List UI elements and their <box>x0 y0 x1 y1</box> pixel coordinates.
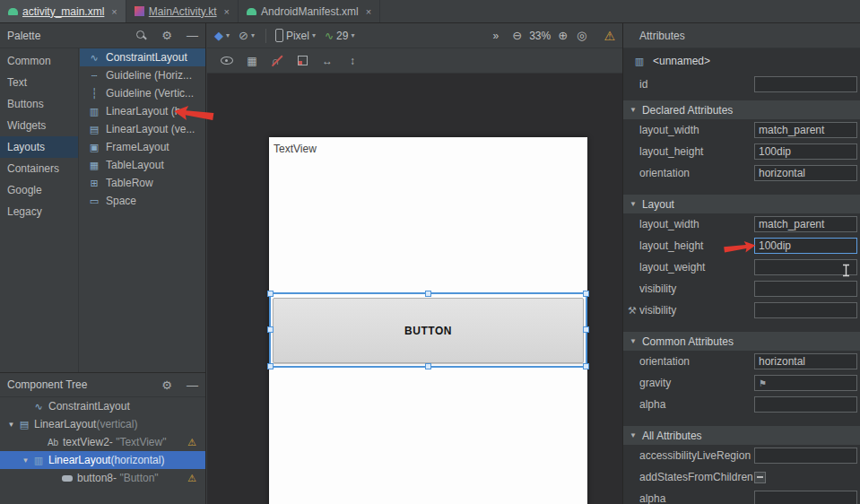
selected-linearlayout[interactable]: BUTTON <box>269 292 587 368</box>
gear-icon[interactable]: ⚙ <box>161 379 172 391</box>
palette-category-text[interactable]: Text <box>0 72 78 93</box>
section-title: Common Attributes <box>642 335 734 348</box>
gear-icon[interactable]: ⚙ <box>161 30 172 41</box>
section-header-all-attributes[interactable]: ▼All Attributes <box>623 426 860 445</box>
attributes-section-layout: ▼Layoutlayout_widthmatch_parentlayout_he… <box>623 195 860 321</box>
blueprint-grid-icon[interactable]: ▦ <box>239 55 265 67</box>
zoom-to-fit-button[interactable]: ◎ <box>577 29 586 42</box>
palette-category-containers[interactable]: Containers <box>0 158 78 179</box>
attribute-field[interactable]: 100dip <box>754 143 857 160</box>
palette-item-tablerow[interactable]: ⊞TableRow <box>80 174 205 192</box>
warnings-button[interactable]: ⚠ <box>604 29 615 43</box>
attribute-field[interactable]: ⚑ <box>754 375 857 391</box>
device-screen[interactable]: TextView BUTTON <box>269 137 587 504</box>
selection-handle[interactable] <box>425 363 431 369</box>
collapse-icon[interactable]: ▼ <box>20 456 31 465</box>
autoconnect-off-icon[interactable] <box>265 55 290 67</box>
attribute-row-layout-width: layout_widthmatch_parent <box>623 119 860 141</box>
framelayout-icon: ▣ <box>88 142 100 153</box>
canvas-textview[interactable]: TextView <box>274 143 317 155</box>
palette-category-legacy[interactable]: Legacy <box>0 201 78 222</box>
palette-item-guideline-horiz[interactable]: ┄Guideline (Horiz... <box>80 66 205 84</box>
design-canvas[interactable]: TextView BUTTON <box>207 74 622 504</box>
tree-node-label: button8- <box>77 472 117 484</box>
close-icon[interactable]: × <box>111 6 117 17</box>
attribute-field[interactable] <box>754 448 857 464</box>
center-vertical-icon[interactable]: ↕ <box>340 55 365 67</box>
attribute-field[interactable] <box>754 302 857 318</box>
palette-category-common[interactable]: Common <box>0 50 78 72</box>
component-row[interactable]: ▥ <unnamed> <box>623 48 860 74</box>
attributes-sections: ▼Declared Attributeslayout_widthmatch_pa… <box>623 100 860 504</box>
close-icon[interactable]: × <box>366 6 371 17</box>
search-icon[interactable] <box>135 30 147 41</box>
collapse-icon: ▼ <box>630 337 637 345</box>
tab-mainactivity-kt[interactable]: MainActivity.kt× <box>126 0 239 22</box>
palette-item-space[interactable]: ▭Space <box>80 192 205 210</box>
id-field[interactable] <box>754 76 857 92</box>
attribute-field[interactable]: 100dip <box>754 238 857 254</box>
hide-icon[interactable]: — <box>187 30 198 41</box>
tab-androidmanifest-xml[interactable]: AndroidManifest.xml× <box>239 0 380 22</box>
hide-icon[interactable]: — <box>187 379 198 391</box>
tree-node-button8[interactable]: button8- "Button"⚠ <box>0 469 205 487</box>
attribute-field[interactable]: horizontal <box>754 353 857 369</box>
view-options-icon[interactable] <box>214 56 239 65</box>
palette-category-buttons[interactable]: Buttons <box>0 93 78 115</box>
section-header-declared-attributes[interactable]: ▼Declared Attributes <box>623 100 860 119</box>
api-level-selector[interactable]: ∿ 29 ▾ <box>325 30 354 42</box>
palette-category-widgets[interactable]: Widgets <box>0 115 78 136</box>
tree-node-linearlayout[interactable]: ▼▥LinearLayout(horizontal) <box>0 451 205 469</box>
selection-handle[interactable] <box>583 363 589 369</box>
selection-handle[interactable] <box>425 291 431 297</box>
collapse-icon[interactable]: ▼ <box>5 421 17 429</box>
tree-node-constraintlayout[interactable]: ∿ConstraintLayout <box>0 397 205 415</box>
selection-handle[interactable] <box>583 326 589 333</box>
chevron-down-icon: ▾ <box>226 31 230 39</box>
textview-icon: Ab <box>46 438 60 448</box>
canvas-button[interactable]: BUTTON <box>273 298 584 363</box>
selection-handle[interactable] <box>267 363 274 369</box>
overflow-button[interactable]: » <box>493 30 499 42</box>
selection-handle[interactable] <box>583 291 589 297</box>
design-area: ◆ ▾ ⊘ ▾ Pixel ▾ ∿ 29 ▾ » ⊖ 33% ⊕ ◎ <box>207 23 622 504</box>
attribute-field[interactable]: match_parent <box>754 216 857 232</box>
attribute-field[interactable] <box>754 281 857 297</box>
palette-item-label: TableLayout <box>106 159 164 171</box>
tree-node-textview2[interactable]: AbtextView2- "TextView"⚠ <box>0 433 205 451</box>
theme-selector[interactable]: ⊘ ▾ <box>239 29 255 42</box>
attribute-field[interactable]: match_parent <box>754 122 857 138</box>
palette-item-guideline-vertic[interactable]: ┆Guideline (Vertic... <box>80 84 205 102</box>
zoom-out-button[interactable]: ⊖ <box>512 29 522 42</box>
selection-handle[interactable] <box>267 326 274 333</box>
attribute-field[interactable] <box>754 396 857 413</box>
attribute-value: horizontal <box>759 355 805 368</box>
palette-item-framelayout[interactable]: ▣FrameLayout <box>80 138 205 156</box>
attribute-field[interactable]: horizontal <box>754 165 857 181</box>
palette-item-linearlayout-h[interactable]: ▥LinearLayout (h... <box>80 102 205 120</box>
palette-item-label: LinearLayout (ve... <box>106 123 195 135</box>
tree-node-linearlayout[interactable]: ▼▤LinearLayout(vertical) <box>0 415 205 433</box>
default-margins-icon[interactable] <box>290 56 315 65</box>
attribute-field[interactable] <box>754 491 857 504</box>
palette-item-tablelayout[interactable]: ▦TableLayout <box>80 156 205 174</box>
close-icon[interactable]: × <box>224 6 230 17</box>
section-header-common-attributes[interactable]: ▼Common Attributes <box>623 332 860 351</box>
design-surface-selector[interactable]: ◆ ▾ <box>214 29 230 42</box>
section-header-layout[interactable]: ▼Layout <box>623 195 860 213</box>
tab-activity-main-xml[interactable]: activity_main.xml× <box>0 0 126 22</box>
palette-category-layouts[interactable]: Layouts <box>0 136 78 158</box>
checkbox-indeterminate[interactable] <box>754 472 766 483</box>
hide-icon: — <box>187 30 198 41</box>
center-horizontal-icon[interactable]: ↔ <box>315 55 340 67</box>
device-selector[interactable]: Pixel ▾ <box>275 29 316 42</box>
selection-handle[interactable] <box>267 291 274 297</box>
constraint-layout-icon: ∿ <box>88 52 100 64</box>
palette-category-google[interactable]: Google <box>0 179 78 201</box>
palette-item-linearlayout-ve[interactable]: ▤LinearLayout (ve... <box>80 120 205 138</box>
tree-node-label: ConstraintLayout <box>48 400 130 413</box>
attribute-field[interactable] <box>754 259 857 275</box>
palette-item-constraintlayout[interactable]: ∿ConstraintLayout <box>80 48 205 66</box>
zoom-in-button[interactable]: ⊕ <box>558 29 568 42</box>
palette-item-label: Guideline (Vertic... <box>106 87 194 100</box>
